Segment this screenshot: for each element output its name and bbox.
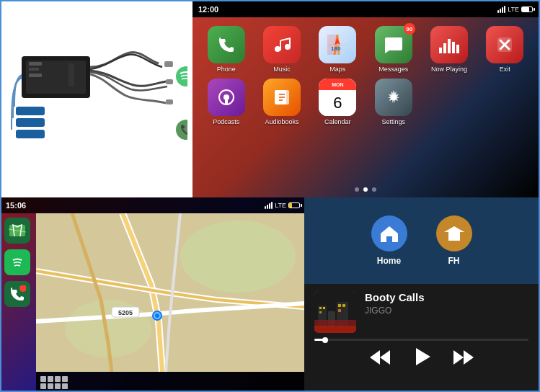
app-messages[interactable]: 90 Messages: [368, 26, 418, 73]
b-signal-bar-3: [269, 203, 270, 209]
toolbar-dot-8: [62, 383, 68, 389]
top-section: 📞 12:00 LTE: [1, 1, 539, 197]
svg-text:180: 180: [331, 45, 341, 52]
app-icon-nowplaying: [430, 26, 468, 63]
page-dots: [355, 187, 376, 192]
svg-rect-25: [452, 42, 455, 53]
app-icon-calendar: MON 6: [319, 79, 356, 116]
toolbar-grid[interactable]: [40, 376, 68, 389]
svg-rect-51: [323, 307, 325, 309]
top-status-bar: 12:00 LTE: [192, 1, 539, 17]
home-action[interactable]: Home: [371, 215, 407, 266]
toolbar-dot-3: [55, 376, 61, 382]
app-label-exit: Exit: [500, 66, 510, 73]
player-top: Booty Calls JIGGO: [314, 291, 528, 333]
fh-icon: [436, 215, 472, 251]
bottom-section: 15:06 LTE: [1, 197, 539, 392]
signal-bar-2: [500, 9, 501, 13]
app-icon-audiobooks: [263, 79, 301, 116]
bottom-status-time: 15:06: [6, 201, 26, 210]
svg-rect-54: [342, 304, 345, 307]
app-label-music: Music: [273, 66, 291, 73]
app-label-messages: Messages: [379, 66, 408, 73]
progress-bar-container[interactable]: [314, 339, 528, 341]
song-artist: JIGGO: [365, 306, 528, 316]
app-calendar[interactable]: MON 6 Calendar: [313, 79, 363, 125]
product-image-area: 📞: [1, 1, 192, 197]
svg-point-29: [223, 94, 229, 100]
toolbar-dot-1: [40, 376, 46, 382]
progress-bar: [314, 339, 528, 341]
app-label-audiobooks: Audiobooks: [265, 118, 298, 125]
svg-marker-58: [380, 350, 390, 365]
bottom-battery: [288, 202, 300, 208]
signal-label: LTE: [508, 6, 519, 13]
product-illustration: 📞: [7, 27, 187, 172]
svg-rect-22: [439, 48, 442, 53]
fh-label: FH: [448, 256, 460, 266]
bottom-status-icons: LTE: [265, 202, 300, 209]
svg-rect-53: [338, 304, 341, 307]
messages-badge: 90: [404, 23, 415, 35]
app-label-phone: Phone: [217, 66, 236, 73]
map-bottom-toolbar: [36, 372, 304, 392]
svg-rect-9: [16, 107, 45, 115]
carplay-top-screen: 12:00 LTE Phone: [192, 1, 539, 197]
app-phone[interactable]: Phone: [201, 26, 251, 73]
toolbar-dot-5: [40, 383, 46, 389]
page-dot-2: [363, 187, 368, 192]
toolbar-dot-6: [48, 383, 53, 389]
app-maps[interactable]: 180 Maps: [313, 26, 363, 73]
app-icon-podcasts: [208, 79, 245, 116]
svg-rect-5: [68, 63, 74, 86]
app-nowplaying[interactable]: Now Playing: [424, 26, 474, 73]
sidebar-spotify-icon[interactable]: [4, 249, 30, 275]
app-grid: Phone Music 180: [198, 23, 533, 128]
app-label-settings: Settings: [381, 118, 405, 125]
svg-marker-59: [370, 350, 380, 365]
sidebar-maps-icon[interactable]: [4, 218, 30, 244]
b-signal-bar-2: [267, 205, 268, 209]
rewind-button[interactable]: [370, 349, 390, 370]
app-label-maps: Maps: [329, 66, 345, 73]
page-dot-3: [372, 187, 376, 192]
bottom-battery-fill: [289, 203, 292, 208]
app-settings[interactable]: Settings: [368, 79, 418, 125]
svg-point-39: [180, 220, 296, 293]
app-podcasts[interactable]: Podcasts: [201, 79, 251, 125]
signal-bar-4: [504, 6, 505, 13]
svg-rect-11: [16, 130, 45, 138]
app-music[interactable]: Music: [257, 26, 306, 73]
svg-text:📞: 📞: [180, 124, 187, 136]
svg-rect-24: [448, 39, 451, 53]
svg-rect-2: [29, 62, 42, 66]
home-icon: [371, 215, 407, 251]
music-player: Booty Calls JIGGO: [304, 284, 539, 392]
svg-rect-52: [319, 311, 322, 313]
signal-bars: [497, 6, 505, 13]
now-playing-area: Home FH: [304, 197, 539, 392]
svg-rect-7: [166, 79, 173, 84]
svg-rect-3: [29, 68, 39, 71]
signal-bar-1: [497, 10, 499, 13]
play-button[interactable]: [412, 347, 432, 372]
fh-action[interactable]: FH: [436, 215, 472, 266]
quick-actions-panel: Home FH: [304, 197, 539, 284]
svg-rect-23: [443, 43, 446, 53]
b-signal-bar-4: [271, 202, 273, 209]
app-exit[interactable]: Exit: [480, 26, 530, 73]
svg-point-45: [155, 313, 159, 318]
sidebar-phone-icon[interactable]: [4, 281, 30, 307]
toolbar-dot-2: [48, 376, 53, 382]
app-label-podcasts: Podcasts: [213, 118, 239, 125]
app-icon-settings: [375, 79, 412, 116]
svg-rect-30: [225, 100, 228, 104]
app-audiobooks[interactable]: Audiobooks: [257, 79, 306, 125]
signal-bar-3: [502, 7, 503, 13]
toolbar-dot-4: [62, 376, 68, 382]
carplay-map-screen: 15:06 LTE: [1, 197, 304, 392]
app-icon-exit: [486, 26, 523, 63]
svg-rect-26: [456, 45, 459, 53]
home-label: Home: [377, 256, 401, 266]
fastforward-button[interactable]: [453, 349, 474, 370]
